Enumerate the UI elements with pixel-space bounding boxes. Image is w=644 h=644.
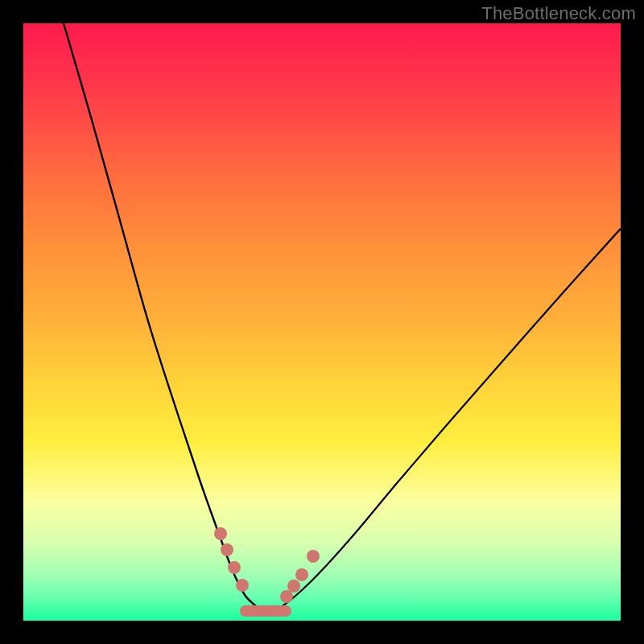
marker-dot	[221, 543, 233, 556]
chart-plot-area	[23, 23, 621, 621]
marker-dot	[236, 579, 249, 592]
marker-dot	[228, 561, 241, 574]
marker-dot	[280, 590, 293, 603]
marker-dot	[307, 550, 320, 563]
left-curve	[64, 23, 265, 615]
chart-svg	[23, 23, 621, 621]
marker-dot	[295, 568, 308, 581]
watermark-text: TheBottleneck.com	[481, 3, 636, 24]
marker-dot	[214, 527, 227, 540]
markers-left	[214, 527, 249, 592]
markers-right	[280, 550, 320, 603]
marker-dot	[287, 580, 300, 592]
